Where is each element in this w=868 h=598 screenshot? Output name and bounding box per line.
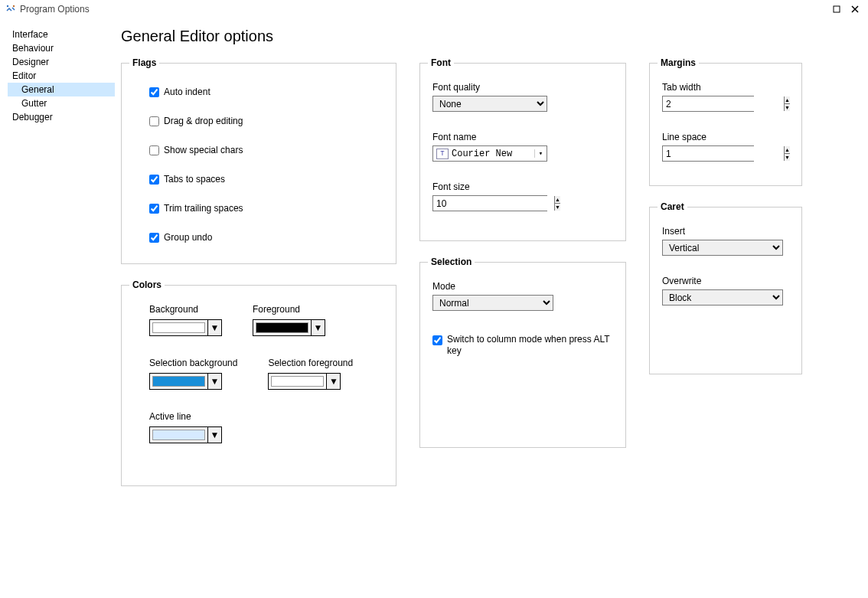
checkbox-show-special[interactable]: Show special chars [149,145,383,155]
checkbox-trim-trailing[interactable]: Trim trailing spaces [149,203,383,214]
checkbox-alt-column[interactable]: Switch to column mode when press ALT key [432,334,613,357]
font-icon: T [436,149,449,159]
group-margins: Margins Tab width ▲▼ Line space ▲▼ [649,57,802,186]
spin-down-icon[interactable]: ▼ [785,154,790,161]
group-flags-legend: Flags [129,57,159,68]
select-font-quality[interactable]: None [432,96,547,112]
spin-up-icon[interactable]: ▲ [555,196,560,204]
titlebar: Program Options [0,0,868,18]
checkbox-auto-indent[interactable]: Auto indent [149,87,383,97]
label-insert: Insert [662,226,789,237]
checkbox-group-undo[interactable]: Group undo [149,232,383,243]
label-background: Background [149,304,222,315]
select-mode[interactable]: Normal [432,295,553,311]
spin-up-icon[interactable]: ▲ [785,96,790,104]
checkbox-drag-drop[interactable]: Drag & drop editing [149,116,383,126]
group-colors-legend: Colors [129,279,165,290]
sidebar-item-gutter[interactable]: Gutter [8,96,115,110]
group-selection: Selection Mode Normal Switch to column m… [419,257,626,448]
window-title: Program Options [20,4,90,15]
maximize-button[interactable] [828,2,845,16]
spinner-tab-width[interactable]: ▲▼ [662,96,754,112]
svg-rect-2 [834,6,840,12]
label-line-space: Line space [662,132,789,142]
spin-up-icon[interactable]: ▲ [785,146,790,154]
select-insert[interactable]: Vertical [662,240,783,256]
spinner-font-size[interactable]: ▲▼ [432,195,547,211]
sidebar-item-debugger[interactable]: Debugger [8,110,115,124]
group-selection-legend: Selection [428,257,475,267]
group-colors: Colors Background ▼ Foreground ▼ [121,279,396,486]
label-overwrite: Overwrite [662,276,789,286]
label-sel-bg: Selection background [149,358,237,368]
colorpicker-foreground[interactable]: ▼ [253,319,325,336]
spin-down-icon[interactable]: ▼ [555,204,560,211]
label-foreground: Foreground [253,304,325,315]
checkbox-tabs-spaces[interactable]: Tabs to spaces [149,174,383,185]
colorpicker-background[interactable]: ▼ [149,319,222,336]
group-font-legend: Font [428,57,454,68]
spin-down-icon[interactable]: ▼ [785,104,790,111]
sidebar-item-editor[interactable]: Editor [8,69,115,83]
label-font-name: Font name [432,132,613,142]
svg-point-1 [13,5,15,7]
label-font-size: Font size [432,181,613,192]
label-mode: Mode [432,281,613,292]
close-button[interactable] [847,2,863,16]
app-icon [5,3,17,15]
sidebar-item-general[interactable]: General [8,83,115,96]
colorpicker-active-line[interactable]: ▼ [149,426,222,443]
select-font-name[interactable]: T Courier New ▾ [432,145,547,162]
group-margins-legend: Margins [658,57,699,68]
svg-point-0 [7,5,8,7]
label-font-quality: Font quality [432,82,613,93]
select-overwrite[interactable]: Block [662,289,783,306]
sidebar: Interface Behaviour Designer Editor Gene… [8,25,115,590]
page-title: General Editor options [121,28,860,45]
sidebar-item-interface[interactable]: Interface [8,28,115,41]
group-caret: Caret Insert Vertical Overwrite Block [649,201,802,374]
label-sel-fg: Selection foreground [268,358,353,368]
chevron-down-icon: ▾ [534,149,547,158]
sidebar-item-designer[interactable]: Designer [8,55,115,69]
spinner-line-space[interactable]: ▲▼ [662,145,754,162]
group-font: Font Font quality None Font name T Couri… [419,57,626,241]
group-flags: Flags Auto indent Drag & drop editing Sh… [121,57,396,264]
label-active-line: Active line [149,411,383,422]
group-caret-legend: Caret [658,201,687,212]
sidebar-item-behaviour[interactable]: Behaviour [8,41,115,55]
colorpicker-sel-bg[interactable]: ▼ [149,373,222,390]
label-tab-width: Tab width [662,82,789,93]
colorpicker-sel-fg[interactable]: ▼ [268,373,341,390]
